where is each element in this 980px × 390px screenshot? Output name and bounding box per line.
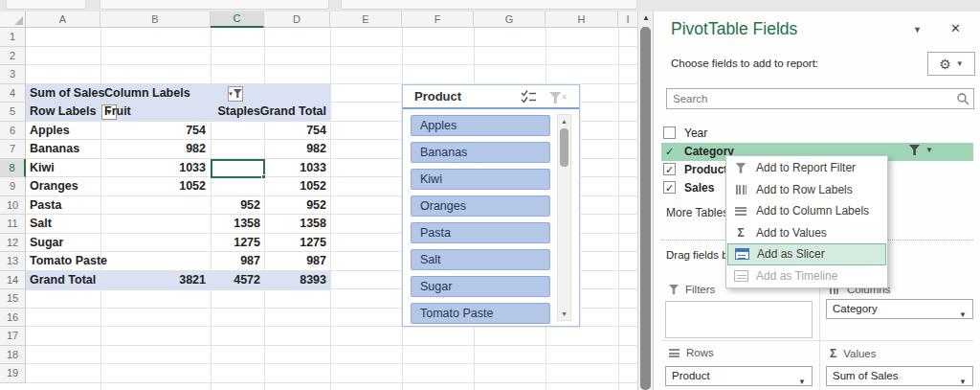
pivot-value-total[interactable]: 8393: [245, 271, 326, 290]
row-header-9[interactable]: 9: [0, 177, 26, 196]
slicer-scroll-thumb[interactable]: [560, 128, 568, 167]
select-all-corner[interactable]: [0, 11, 26, 28]
pivot-value-fruit[interactable]: 3821: [100, 271, 206, 290]
row-header-7[interactable]: 7: [0, 140, 26, 159]
row-header-5[interactable]: 5: [0, 103, 26, 122]
row-header-13[interactable]: 13: [0, 252, 26, 271]
pivot-row-label[interactable]: Apples: [30, 122, 70, 141]
slicer-item-oranges[interactable]: Oranges: [411, 195, 550, 217]
row-header-12[interactable]: 12: [0, 234, 26, 253]
slicer-scroll-up-icon[interactable]: ▲: [558, 118, 570, 125]
fill-handle[interactable]: [261, 174, 266, 179]
slicer-scroll-down-icon[interactable]: ▼: [558, 310, 570, 317]
filters-drop-zone[interactable]: [665, 301, 813, 338]
pivot-value-total[interactable]: 1275: [245, 234, 326, 253]
pivot-value-total[interactable]: 982: [245, 140, 326, 159]
pivot-row-label[interactable]: Oranges: [30, 177, 78, 196]
row-header-3[interactable]: 3: [0, 65, 26, 84]
column-labels-filter-button[interactable]: ▾: [228, 86, 243, 102]
search-input[interactable]: [671, 90, 948, 107]
areas-vertical-divider: [819, 278, 820, 390]
row-header-10[interactable]: 10: [0, 196, 26, 216]
name-box-sliver: [6, 0, 86, 10]
pivot-colhdr-fruit: Fruit: [104, 103, 131, 122]
column-header-F[interactable]: F: [402, 11, 474, 28]
row-header-8[interactable]: 8: [0, 159, 26, 178]
field-checkbox-year[interactable]: [663, 126, 676, 139]
pivot-value-total[interactable]: 1358: [245, 215, 326, 234]
pivot-value-total[interactable]: 754: [245, 122, 326, 141]
pivot-grandtotal-label[interactable]: Grand Total: [30, 271, 96, 290]
menu-item-add-to-values[interactable]: ΣAdd to Values: [727, 222, 886, 244]
product-slicer[interactable]: Product ✕ ApplesBananasKiwiOrangesPastaS…: [402, 84, 580, 327]
row-header-1[interactable]: 1: [0, 28, 26, 47]
pane-close-icon[interactable]: ✕: [950, 21, 961, 35]
row-header-18[interactable]: 18: [0, 346, 26, 365]
row-header-4[interactable]: 4: [0, 84, 26, 103]
menu-item-add-as-slicer[interactable]: Add as Slicer: [727, 243, 886, 265]
pivot-value-fruit[interactable]: 754: [100, 122, 206, 141]
column-header-C[interactable]: C: [211, 11, 264, 28]
field-checkbox-product[interactable]: ✓: [663, 163, 676, 175]
menu-item-add-as-timeline: Add as Timeline: [727, 265, 886, 287]
slicer-item-kiwi[interactable]: Kiwi: [411, 169, 550, 190]
column-header-D[interactable]: D: [264, 11, 330, 28]
column-header-H[interactable]: H: [546, 11, 618, 28]
pivot-value-total[interactable]: 1052: [245, 177, 326, 196]
field-filter-controls[interactable]: ▼: [909, 145, 933, 155]
column-header-B[interactable]: B: [100, 11, 211, 28]
pane-options-caret-icon[interactable]: ▼: [913, 25, 922, 34]
field-funnel-icon: [909, 145, 920, 155]
active-cell-C8[interactable]: [211, 159, 265, 179]
menu-item-add-to-row-labels[interactable]: Add to Row Labels: [727, 179, 886, 201]
menu-item-add-to-report-filter[interactable]: Add to Report Filter: [727, 157, 886, 179]
columns-field-category[interactable]: Category▼: [826, 299, 973, 319]
slicer-item-sugar[interactable]: Sugar: [411, 276, 550, 297]
pivot-row-label[interactable]: Kiwi: [30, 159, 55, 178]
pivot-row-label[interactable]: Bananas: [30, 140, 79, 159]
row-header-11[interactable]: 11: [0, 215, 26, 234]
pivot-row-label[interactable]: Salt: [30, 215, 52, 234]
row-header-19[interactable]: 19: [0, 364, 26, 383]
menu-item-add-to-column-labels[interactable]: Add to Column Labels: [727, 200, 886, 222]
tools-gear-button[interactable]: ⚙ ▼: [927, 52, 975, 76]
column-header-E[interactable]: E: [330, 11, 402, 28]
slicer-scrollbar[interactable]: ▲ ▼: [557, 114, 571, 321]
field-checkbox-category[interactable]: ✓: [663, 145, 676, 157]
row-header-14[interactable]: 14: [0, 271, 26, 290]
multi-select-icon[interactable]: [521, 89, 537, 107]
slicer-item-bananas[interactable]: Bananas: [411, 142, 550, 163]
slicer-item-tomato-paste[interactable]: Tomato Paste: [411, 303, 550, 324]
pivot-value-fruit[interactable]: 982: [100, 140, 206, 159]
slicer-item-apples[interactable]: Apples: [411, 115, 550, 136]
pivot-row-label[interactable]: Pasta: [30, 196, 61, 216]
pane-title: PivotTable Fields: [671, 19, 797, 39]
rows-field-product[interactable]: Product▼: [665, 366, 813, 386]
field-row-year[interactable]: Year: [661, 125, 973, 143]
row-header-6[interactable]: 6: [0, 122, 26, 141]
column-header-A[interactable]: A: [26, 11, 100, 28]
pivot-row-label[interactable]: Tomato Paste: [30, 252, 107, 271]
column-header-I[interactable]: I: [618, 11, 638, 28]
pivot-value-total[interactable]: 987: [245, 252, 326, 271]
scroll-up-arrow-icon[interactable]: ▲: [638, 13, 654, 22]
values-field-sum-of-sales[interactable]: Sum of Sales▼: [826, 366, 973, 386]
pivot-value-fruit[interactable]: 1033: [100, 159, 206, 178]
row-header-2[interactable]: 2: [0, 47, 26, 66]
field-label: Product: [684, 163, 727, 176]
row-header-16[interactable]: 16: [0, 309, 26, 328]
field-checkbox-sales[interactable]: ✓: [663, 181, 676, 194]
slicer-item-salt[interactable]: Salt: [411, 249, 550, 270]
pivot-value-fruit[interactable]: 1052: [100, 177, 206, 196]
menu-item-label: Add to Row Labels: [756, 183, 853, 196]
row-header-15[interactable]: 15: [0, 289, 26, 309]
sheet-vertical-scrollbar[interactable]: ▲: [637, 11, 653, 390]
search-box[interactable]: [666, 88, 974, 109]
column-header-G[interactable]: G: [474, 11, 546, 28]
slicer-item-pasta[interactable]: Pasta: [411, 222, 550, 243]
field-dropdown-icon[interactable]: ▼: [925, 146, 933, 154]
scrollbar-thumb[interactable]: [640, 27, 651, 390]
row-header-17[interactable]: 17: [0, 327, 26, 346]
pivot-value-total[interactable]: 952: [245, 196, 326, 216]
pivot-row-label[interactable]: Sugar: [30, 234, 63, 253]
